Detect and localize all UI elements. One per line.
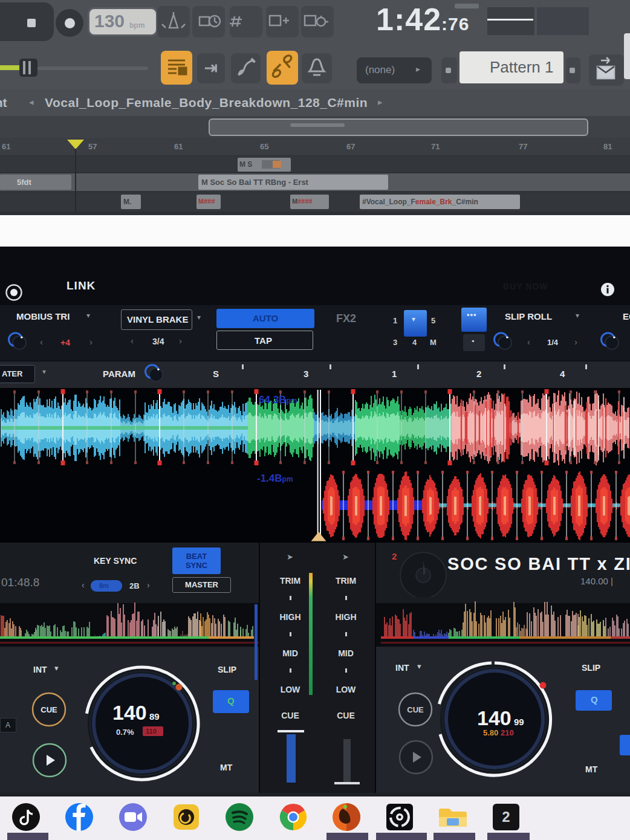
svg-text:2: 2 (502, 809, 510, 825)
svg-text:CUE: CUE (407, 705, 424, 714)
svg-text:CUE: CUE (41, 705, 57, 714)
